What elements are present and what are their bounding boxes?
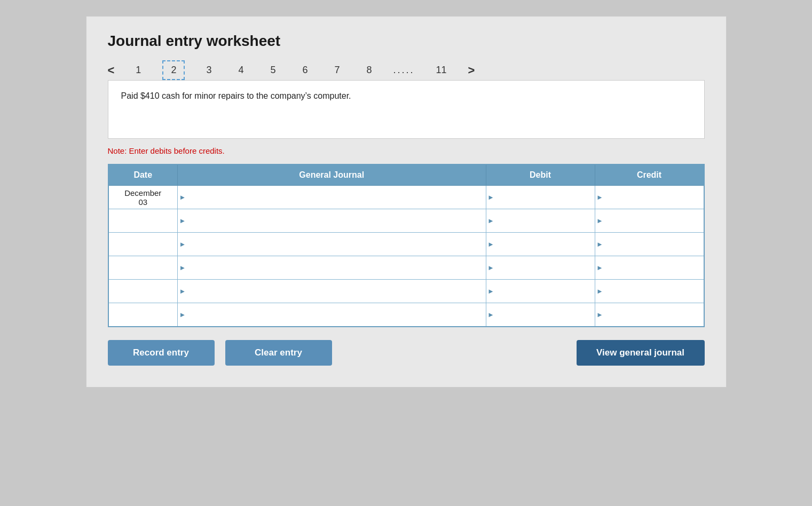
credit-input-1[interactable] [604, 186, 704, 209]
page-4[interactable]: 4 [233, 61, 249, 79]
journal-cell-3[interactable]: ► [178, 233, 486, 256]
col-header-credit: Credit [595, 164, 704, 186]
arrow-icon-d3: ► [486, 233, 495, 256]
page-title: Journal entry worksheet [108, 33, 705, 50]
debit-input-1[interactable] [495, 186, 595, 209]
journal-input-4[interactable] [186, 256, 486, 279]
journal-table: Date General Journal Debit Credit Decemb… [108, 164, 705, 327]
arrow-icon-c6: ► [595, 303, 604, 326]
date-cell-6 [108, 303, 178, 327]
arrow-icon-c3: ► [595, 233, 604, 256]
credit-input-6[interactable] [604, 303, 704, 326]
journal-cell-4[interactable]: ► [178, 256, 486, 280]
date-cell-2 [108, 209, 178, 233]
next-arrow[interactable]: > [468, 64, 475, 77]
pagination-nav: < 1 2 3 4 5 6 7 8 ..... 11 > [108, 60, 705, 80]
arrow-icon-d1: ► [486, 186, 495, 209]
credit-input-5[interactable] [604, 280, 704, 303]
page-2[interactable]: 2 [162, 60, 185, 80]
debit-input-5[interactable] [495, 280, 595, 303]
debit-cell-4[interactable]: ► [486, 256, 595, 280]
page-3[interactable]: 3 [201, 61, 217, 79]
journal-cell-2[interactable]: ► [178, 209, 486, 233]
note-text: Note: Enter debits before credits. [108, 146, 705, 155]
debit-cell-5[interactable]: ► [486, 280, 595, 303]
credit-cell-6[interactable]: ► [595, 303, 704, 327]
arrow-icon-c4: ► [595, 256, 604, 279]
page-7[interactable]: 7 [329, 61, 345, 79]
journal-input-3[interactable] [186, 233, 486, 256]
date-cell-1: December03 [108, 186, 178, 209]
page-5[interactable]: 5 [265, 61, 281, 79]
prev-arrow[interactable]: < [108, 64, 115, 77]
table-row: December03 ► ► ► [108, 186, 704, 209]
journal-input-5[interactable] [186, 280, 486, 303]
journal-cell-1[interactable]: ► [178, 186, 486, 209]
view-general-journal-button[interactable]: View general journal [577, 340, 705, 366]
arrow-icon-c5: ► [595, 280, 604, 303]
arrow-icon-d4: ► [486, 256, 495, 279]
credit-input-2[interactable] [604, 209, 704, 232]
arrow-icon-j6: ► [178, 303, 186, 326]
arrow-icon-j1: ► [178, 186, 186, 209]
main-container: Journal entry worksheet < 1 2 3 4 5 6 7 … [86, 16, 727, 388]
arrow-icon-j2: ► [178, 209, 186, 232]
arrow-icon-d5: ► [486, 280, 495, 303]
clear-entry-button[interactable]: Clear entry [225, 340, 332, 366]
credit-cell-4[interactable]: ► [595, 256, 704, 280]
page-11[interactable]: 11 [431, 61, 452, 79]
debit-input-4[interactable] [495, 256, 595, 279]
col-header-debit: Debit [486, 164, 595, 186]
description-text: Paid $410 cash for minor repairs to the … [121, 91, 351, 100]
table-row: ► ► ► [108, 256, 704, 280]
table-row: ► ► ► [108, 280, 704, 303]
journal-input-1[interactable] [186, 186, 486, 209]
date-cell-3 [108, 233, 178, 256]
credit-cell-1[interactable]: ► [595, 186, 704, 209]
credit-cell-2[interactable]: ► [595, 209, 704, 233]
debit-input-3[interactable] [495, 233, 595, 256]
journal-cell-5[interactable]: ► [178, 280, 486, 303]
buttons-row: Record entry Clear entry View general jo… [108, 340, 705, 366]
arrow-icon-c2: ► [595, 209, 604, 232]
table-row: ► ► ► [108, 303, 704, 327]
journal-cell-6[interactable]: ► [178, 303, 486, 327]
credit-input-4[interactable] [604, 256, 704, 279]
page-6[interactable]: 6 [297, 61, 313, 79]
arrow-icon-j5: ► [178, 280, 186, 303]
debit-cell-2[interactable]: ► [486, 209, 595, 233]
debit-cell-6[interactable]: ► [486, 303, 595, 327]
date-cell-4 [108, 256, 178, 280]
journal-input-2[interactable] [186, 209, 486, 232]
col-header-journal: General Journal [178, 164, 486, 186]
page-1[interactable]: 1 [130, 61, 146, 79]
arrow-icon-d2: ► [486, 209, 495, 232]
credit-cell-3[interactable]: ► [595, 233, 704, 256]
table-row: ► ► ► [108, 209, 704, 233]
arrow-icon-c1: ► [595, 186, 604, 209]
date-cell-5 [108, 280, 178, 303]
pagination-ellipsis: ..... [393, 65, 414, 76]
record-entry-button[interactable]: Record entry [108, 340, 215, 366]
col-header-date: Date [108, 164, 178, 186]
debit-input-6[interactable] [495, 303, 595, 326]
description-box: Paid $410 cash for minor repairs to the … [108, 80, 705, 139]
credit-input-3[interactable] [604, 233, 704, 256]
arrow-icon-j4: ► [178, 256, 186, 279]
debit-input-2[interactable] [495, 209, 595, 232]
credit-cell-5[interactable]: ► [595, 280, 704, 303]
journal-input-6[interactable] [186, 303, 486, 326]
page-8[interactable]: 8 [361, 61, 377, 79]
debit-cell-3[interactable]: ► [486, 233, 595, 256]
arrow-icon-d6: ► [486, 303, 495, 326]
table-row: ► ► ► [108, 233, 704, 256]
debit-cell-1[interactable]: ► [486, 186, 595, 209]
arrow-icon-j3: ► [178, 233, 186, 256]
